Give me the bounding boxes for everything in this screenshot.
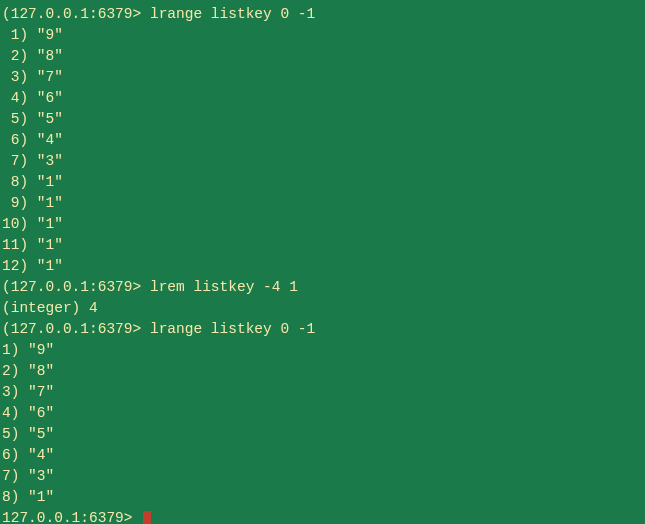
- list-item: 2) "8": [2, 46, 643, 67]
- list-item: 7) "3": [2, 466, 643, 487]
- list-item: 1) "9": [2, 340, 643, 361]
- command: lrange listkey 0 -1: [150, 321, 315, 337]
- command-line-3: (127.0.0.1:6379> lrange listkey 0 -1: [2, 319, 643, 340]
- terminal[interactable]: (127.0.0.1:6379> lrange listkey 0 -1 1) …: [2, 4, 643, 524]
- list-item: 3) "7": [2, 382, 643, 403]
- list-item: 7) "3": [2, 151, 643, 172]
- list-item: 6) "4": [2, 130, 643, 151]
- list-item: 8) "1": [2, 487, 643, 508]
- output-integer: (integer) 4: [2, 298, 643, 319]
- list-item: 5) "5": [2, 424, 643, 445]
- list-item: 2) "8": [2, 361, 643, 382]
- prompt: (127.0.0.1:6379>: [2, 6, 141, 22]
- prompt: (127.0.0.1:6379>: [2, 279, 141, 295]
- command: lrange listkey 0 -1: [150, 6, 315, 22]
- command-line-2: (127.0.0.1:6379> lrem listkey -4 1: [2, 277, 643, 298]
- list-item: 4) "6": [2, 403, 643, 424]
- list-item: 5) "5": [2, 109, 643, 130]
- list-item: 3) "7": [2, 67, 643, 88]
- list-item: 10) "1": [2, 214, 643, 235]
- command-line-1: (127.0.0.1:6379> lrange listkey 0 -1: [2, 4, 643, 25]
- list-item: 12) "1": [2, 256, 643, 277]
- command: lrem listkey -4 1: [150, 279, 298, 295]
- list-item: 4) "6": [2, 88, 643, 109]
- list-item: 11) "1": [2, 235, 643, 256]
- current-prompt-line[interactable]: 127.0.0.1:6379>: [2, 508, 643, 524]
- output-list-3: 1) "9"2) "8"3) "7"4) "6"5) "5"6) "4"7) "…: [2, 340, 643, 508]
- list-item: 9) "1": [2, 193, 643, 214]
- output-list-1: 1) "9" 2) "8" 3) "7" 4) "6" 5) "5" 6) "4…: [2, 25, 643, 277]
- cursor: [143, 511, 151, 524]
- list-item: 1) "9": [2, 25, 643, 46]
- prompt: 127.0.0.1:6379>: [2, 510, 133, 524]
- list-item: 6) "4": [2, 445, 643, 466]
- prompt: (127.0.0.1:6379>: [2, 321, 141, 337]
- list-item: 8) "1": [2, 172, 643, 193]
